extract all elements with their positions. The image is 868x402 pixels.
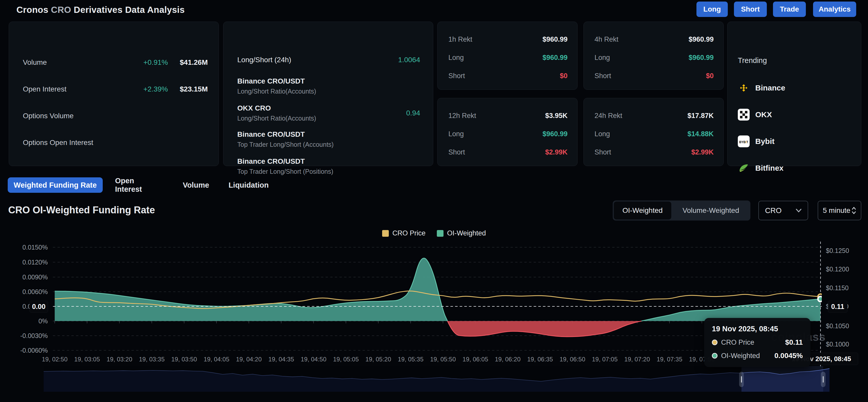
ratio-row: Binance CRO/USDT Top Trader Long/Short (… — [237, 157, 420, 175]
chart-legend: CRO Price OI-Weighted — [0, 229, 868, 237]
interval-select[interactable]: 5 minute — [818, 201, 861, 220]
bitfinex-logo-icon — [738, 162, 750, 174]
rekt-label: 4h Rekt — [594, 35, 618, 44]
rekt-row: 24h Rekt $17.87K — [594, 110, 714, 121]
rekt-label: Long — [448, 54, 464, 62]
stats-change: +2.39% — [143, 85, 168, 93]
stats-label: Open Interest — [23, 85, 66, 93]
page-title-prefix: Cronos — [17, 5, 48, 15]
rekt-card-4h: 4h Rekt $960.99Long $960.99Short $0 — [584, 22, 724, 90]
trade-button[interactable]: Trade — [773, 2, 806, 17]
page-title-symbol: CRO — [51, 5, 71, 15]
exchange-name: Binance — [755, 84, 785, 92]
tab-volume[interactable]: Volume — [183, 177, 209, 193]
tab-open-interest[interactable]: Open Interest — [115, 177, 161, 193]
bybit-logo-icon: BYBIT — [738, 136, 750, 147]
rekt-value: $2.99K — [545, 148, 567, 156]
tooltip-value: 0.0045% — [774, 352, 803, 360]
legend-oi-weighted[interactable]: OI-Weighted — [437, 229, 486, 237]
rekt-label: Short — [594, 148, 611, 156]
stats-row: Options Open Interest — [23, 136, 208, 149]
stats-row: Options Volume — [23, 109, 208, 123]
stats-row: Open Interest +2.39% $23.15M — [23, 83, 208, 96]
ratio-row: Long/Short (24h) 1.0064 — [237, 56, 420, 64]
ratio-title: Binance CRO/USDT — [237, 77, 316, 85]
rekt-row: 12h Rekt $3.95K — [448, 110, 567, 121]
rekt-label: Long — [594, 54, 610, 62]
stats-label: Options Volume — [23, 112, 74, 120]
ratio-title: Long/Short (24h) — [237, 56, 291, 64]
page-title: Cronos CRO Derivatives Data Analysis — [17, 5, 185, 15]
ratio-value: 0.94 — [406, 109, 421, 117]
gold-dot-icon — [712, 340, 717, 345]
okx-logo-icon — [738, 109, 750, 120]
tooltip-label: CRO Price — [721, 339, 785, 346]
rekt-label: Long — [448, 130, 464, 138]
trending-item-bitfinex[interactable]: Bitfinex — [738, 162, 783, 174]
market-stats-card: Volume +0.91% $41.26MOpen Interest +2.39… — [9, 22, 219, 166]
rekt-row: Short $2.99K — [594, 146, 714, 158]
short-button[interactable]: Short — [734, 2, 767, 17]
rekt-label: Short — [594, 72, 611, 80]
rekt-row: Long $960.99 — [448, 52, 567, 63]
trending-card: Trending Binance OKX BYBIT Bybit Bitfine… — [727, 22, 861, 166]
exchange-name: OKX — [755, 110, 772, 119]
exchange-name: Bitfinex — [755, 164, 783, 172]
tooltip-row-funding: OI-Weighted 0.0045% — [712, 352, 803, 360]
stats-row: Volume +0.91% $41.26M — [23, 56, 208, 69]
rekt-label: 12h Rekt — [448, 112, 476, 120]
rekt-value: $960.99 — [688, 54, 714, 62]
stats-label: Volume — [23, 58, 47, 66]
navigator-handle-right[interactable] — [821, 372, 826, 387]
rekt-row: Long $14.88K — [594, 128, 714, 140]
symbol-select[interactable]: CRO — [758, 201, 808, 220]
tab-weighted-funding-rate[interactable]: Weighted Funding Rate — [8, 177, 103, 193]
ratio-subtitle: Long/Short Ratio(Accounts) — [237, 88, 316, 95]
navigator-handle-left[interactable] — [739, 372, 744, 387]
long-button[interactable]: Long — [696, 2, 728, 17]
analytics-button[interactable]: Analytics — [813, 2, 856, 17]
teal-dot-icon — [712, 353, 717, 358]
trending-item-okx[interactable]: OKX — [738, 109, 772, 120]
chevron-up-down-icon — [851, 207, 856, 214]
trending-item-bybit[interactable]: BYBIT Bybit — [738, 136, 775, 147]
ratio-row: OKX CRO Long/Short Ratio(Accounts) 0.94 — [237, 104, 420, 122]
weighting-toggle: OI-Weighted Volume-Weighted — [613, 200, 750, 221]
rekt-row: 1h Rekt $960.99 — [448, 34, 567, 45]
rekt-value: $960.99 — [542, 130, 567, 138]
ratio-subtitle: Long/Short Ratio(Accounts) — [237, 115, 316, 122]
legend-swatch-gold — [382, 230, 389, 237]
legend-cro-price[interactable]: CRO Price — [382, 229, 426, 237]
rekt-value: $3.95K — [545, 112, 567, 120]
toggle-oi-weighted[interactable]: OI-Weighted — [614, 202, 671, 220]
stats-value: $41.26M — [168, 58, 208, 66]
tab-liquidation[interactable]: Liquidation — [229, 177, 268, 193]
rekt-value: $960.99 — [542, 54, 567, 62]
trending-item-binance[interactable]: Binance — [738, 82, 785, 94]
left-axis-tick: 0.0060% — [0, 288, 48, 295]
toggle-volume-weighted[interactable]: Volume-Weighted — [671, 202, 750, 220]
legend-label: OI-Weighted — [447, 229, 486, 237]
legend-label: CRO Price — [393, 229, 426, 237]
rekt-row: Short $0 — [448, 70, 567, 82]
rekt-value: $0 — [560, 72, 567, 80]
chart-navigator[interactable] — [44, 366, 830, 394]
rekt-label: 24h Rekt — [594, 112, 622, 120]
exchange-name: Bybit — [755, 137, 775, 146]
rekt-value: $14.88K — [687, 130, 714, 138]
tooltip-value: $0.11 — [785, 338, 803, 346]
rekt-row: Long $960.99 — [594, 52, 714, 63]
ratio-subtitle: Top Trader Long/Short (Accounts) — [237, 141, 334, 148]
left-axis-tick: -0.0030% — [0, 332, 48, 340]
rekt-value: $960.99 — [542, 35, 567, 44]
rekt-value: $17.87K — [687, 112, 714, 120]
rekt-label: Long — [594, 130, 610, 138]
rekt-card-1h: 1h Rekt $960.99Long $960.99Short $0 — [437, 22, 578, 90]
tooltip-row-price: CRO Price $0.11 — [712, 338, 803, 346]
rekt-row: 4h Rekt $960.99 — [594, 34, 714, 45]
right-axis-tick: $0.1250 — [826, 247, 849, 255]
left-axis-tick: -0.0060% — [0, 346, 48, 354]
right-axis-tick: $0.1000 — [826, 340, 849, 348]
trending-title: Trending — [738, 56, 767, 65]
ratio-subtitle: Top Trader Long/Short (Positions) — [237, 168, 333, 175]
